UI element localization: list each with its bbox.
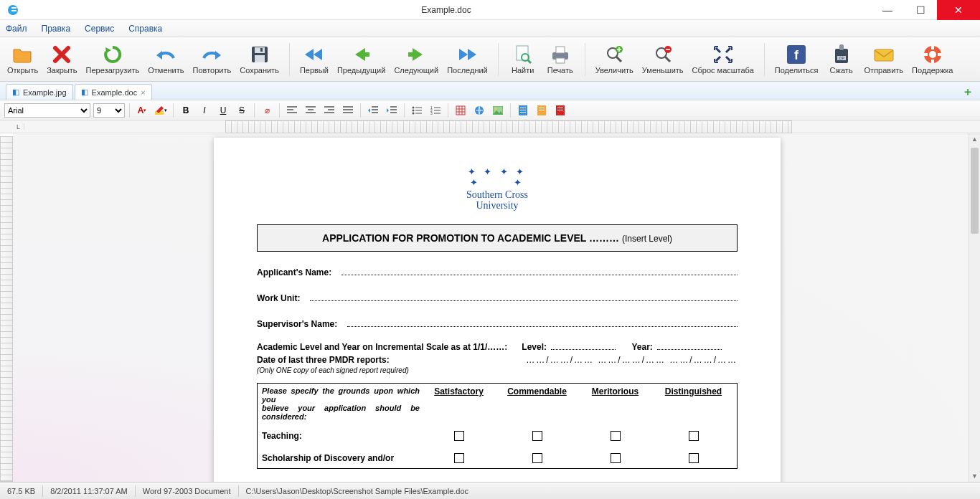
field-year[interactable] [657,343,722,350]
label-applicant: Applicant's Name: [257,267,331,277]
close-button[interactable]: ✕ [937,0,980,20]
zoomin-button[interactable]: Увеличить [593,39,636,80]
svg-rect-49 [557,108,563,108]
bold-button[interactable]: B [178,103,194,118]
field-applicant[interactable] [341,268,738,275]
menu-help[interactable]: Справка [128,24,162,34]
align-left-button[interactable] [284,103,300,118]
scroll-down-icon[interactable]: ▼ [969,470,980,482]
svg-text:3: 3 [430,111,433,115]
number-list-button[interactable]: 123 [428,103,443,118]
tab-label: Example.jpg [23,88,67,97]
menu-edit[interactable]: Правка [42,24,71,34]
tab-example-jpg[interactable]: ◧ Example.jpg [6,84,73,100]
vertical-ruler[interactable] [0,136,13,482]
svg-rect-8 [408,52,413,57]
svg-rect-2 [11,10,17,11]
maximize-button[interactable]: ☐ [904,0,937,20]
checkbox[interactable] [532,453,542,463]
scroll-up-icon[interactable]: ▲ [969,133,980,145]
export-pdf-button[interactable] [552,103,568,118]
strike-button[interactable]: S [234,103,250,118]
ruler-corner: L [13,123,24,130]
doc-icon: ◧ [12,87,19,97]
font-color-button[interactable]: A▾ [134,103,150,118]
next-button[interactable]: Следующий [391,39,441,80]
indent-button[interactable] [384,103,400,118]
field-supervisor[interactable] [347,320,738,327]
field-level[interactable] [551,343,616,350]
svg-rect-14 [556,58,565,63]
checkbox[interactable] [454,431,464,441]
align-justify-button[interactable] [340,103,356,118]
save-button[interactable]: Сохранить [237,39,282,80]
status-date: 8/2/2011 11:37:07 AM [50,487,128,495]
send-button[interactable]: Отправить [862,39,907,80]
last-button[interactable]: Последний [444,39,491,80]
add-tab-button[interactable]: ＋ [961,85,974,98]
reload-button[interactable]: Перезагрузить [83,39,143,80]
underline-button[interactable]: U [215,103,231,118]
document-page[interactable]: ✦ ✦ ✦ ✦✦ ✦ Southern CrossUniversity APPL… [214,138,781,482]
prev-button[interactable]: Предыдущий [334,39,388,80]
print-button[interactable]: Печать [543,39,578,80]
titlebar: Example.doc — ☐ ✕ [0,0,980,20]
export-doc-button[interactable] [515,103,531,118]
export-rtf-button[interactable] [534,103,550,118]
horizontal-ruler[interactable] [225,120,792,133]
field-workunit[interactable] [310,294,738,301]
font-select[interactable]: Arial [4,103,90,118]
share-button[interactable]: fПоделиться [772,39,821,80]
zoomout-button[interactable]: Уменьшить [639,39,687,80]
clear-format-button[interactable]: ⌀ [259,103,275,118]
insert-image-button[interactable] [490,103,506,118]
checkbox[interactable] [532,431,542,441]
checkbox[interactable] [454,453,464,463]
insert-table-button[interactable] [453,103,468,118]
scroll-thumb[interactable] [971,148,979,234]
zoomin-icon [603,44,625,65]
svg-rect-43 [520,110,526,110]
bullet-list-button[interactable] [409,103,425,118]
outdent-button[interactable] [365,103,381,118]
pmdr-dates[interactable]: ……/……/…… ……/……/…… ……/……/…… [526,355,738,365]
align-right-button[interactable] [321,103,337,118]
checkbox[interactable] [611,431,621,441]
svg-rect-1 [11,7,17,9]
col-commendable: Commendable [498,386,576,421]
menu-service[interactable]: Сервис [85,24,114,34]
zoomreset-icon [712,44,734,65]
svg-point-31 [413,106,415,108]
align-center-button[interactable] [303,103,319,118]
first-button[interactable]: Первый [297,39,331,80]
row-teaching: Teaching: [262,431,420,443]
label-year: Year: [631,342,652,352]
minimize-button[interactable]: — [871,0,904,20]
status-path: C:\Users\Jason\Desktop\Screenshot Sample… [246,487,469,495]
highlight-button[interactable]: ▾ [153,103,169,118]
open-button[interactable]: Открыть [4,39,41,80]
zoomreset-button[interactable]: Сброс масштаба [689,39,757,80]
find-button[interactable]: Найти [506,39,540,80]
close-file-button[interactable]: Закрыть [44,39,80,80]
undo-button[interactable]: Отменить [145,39,187,80]
tab-close-icon[interactable]: × [141,88,145,97]
checkbox[interactable] [689,453,699,463]
italic-button[interactable]: I [197,103,212,118]
checkbox[interactable] [611,453,621,463]
document-scroll[interactable]: ✦ ✦ ✦ ✦✦ ✦ Southern CrossUniversity APPL… [13,133,980,482]
checkbox[interactable] [689,431,699,441]
redo-button[interactable]: Повторить [190,39,235,80]
label-pmdr: Date of last three PMDR reports: [257,355,390,365]
label-workunit: Work Unit: [257,293,300,303]
compress-button[interactable]: ZIPСжать [824,39,859,80]
tab-example-doc[interactable]: ◧ Example.doc × [75,84,152,100]
size-select[interactable]: 9 [93,103,125,118]
menu-file[interactable]: Файл [6,24,27,34]
svg-text:ZIP: ZIP [839,56,844,60]
vertical-scrollbar[interactable]: ▲ ▼ [969,133,980,482]
svg-line-11 [528,60,531,63]
insert-link-button[interactable] [471,103,487,118]
support-button[interactable]: Поддержка [909,39,956,80]
toolbar-separator [289,43,290,76]
